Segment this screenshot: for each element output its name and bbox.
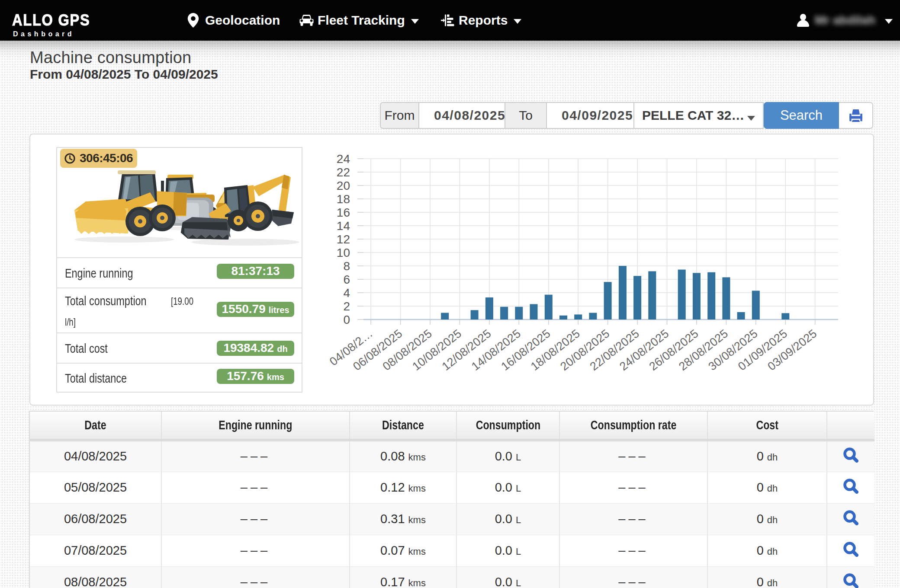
svg-text:16: 16 [337, 206, 350, 219]
svg-text:14: 14 [337, 219, 350, 233]
svg-text:24: 24 [337, 152, 350, 166]
svg-text:4: 4 [343, 286, 350, 300]
svg-text:2: 2 [343, 300, 350, 313]
svg-text:20: 20 [337, 179, 350, 192]
svg-text:0: 0 [343, 313, 350, 326]
svg-text:22: 22 [337, 166, 350, 179]
svg-text:18: 18 [337, 192, 350, 206]
svg-text:10: 10 [337, 246, 350, 259]
svg-text:8: 8 [343, 259, 350, 273]
svg-text:12: 12 [337, 233, 350, 246]
svg-text:6: 6 [343, 273, 350, 286]
